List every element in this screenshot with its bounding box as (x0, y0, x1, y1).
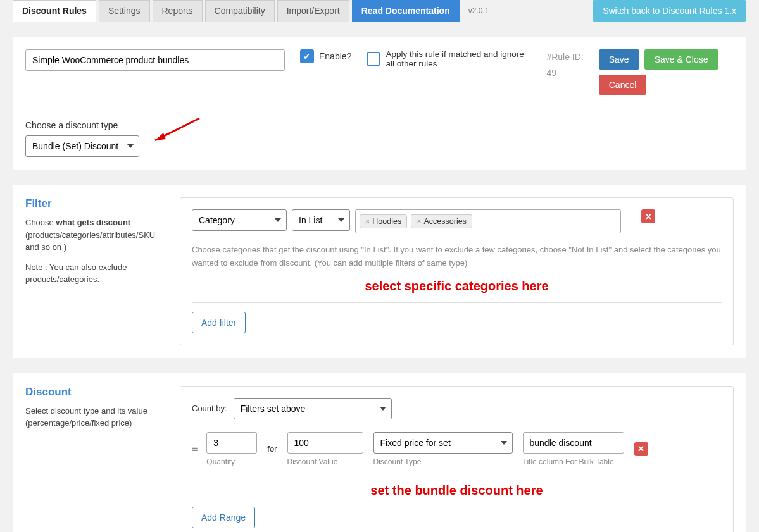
tab-settings[interactable]: Settings (99, 0, 150, 22)
tag-hoodies[interactable]: × Hoodies (360, 214, 407, 228)
tab-compatibility[interactable]: Compatibility (205, 0, 275, 22)
tab-import-export[interactable]: Import/Export (277, 0, 349, 22)
discount-value-sublabel: Discount Value (287, 457, 363, 466)
filter-type-select[interactable]: Category (192, 209, 287, 231)
bulk-title-sublabel: Title column For Bulk Table (523, 457, 624, 466)
tab-read-documentation[interactable]: Read Documentation (352, 0, 460, 22)
quantity-input[interactable] (206, 432, 257, 454)
discount-value-input[interactable] (287, 432, 363, 454)
discount-type-sublabel: Discount Type (373, 457, 513, 466)
filter-side-text-1: Choose what gets discount (products/cate… (25, 216, 165, 254)
enable-checkbox[interactable] (300, 49, 314, 63)
version-label: v2.0.1 (462, 0, 496, 22)
filter-side-text-2: Note : You can also exclude products/cat… (25, 261, 165, 286)
rule-id-block: #Rule ID: 49 (546, 49, 583, 81)
for-label: for (267, 444, 277, 454)
tag-accessories[interactable]: × Accessories (411, 214, 472, 228)
add-filter-button[interactable]: Add filter (192, 312, 246, 333)
divider (192, 474, 722, 474)
add-range-button[interactable]: Add Range (192, 507, 255, 528)
discount-type-row-select[interactable]: Fixed price for set (373, 432, 513, 454)
remove-tag-icon[interactable]: × (365, 217, 370, 226)
discount-side-text: Select discount type and its value (perc… (25, 405, 165, 430)
drag-handle-icon[interactable]: ≡ (192, 443, 196, 455)
filter-tag-input[interactable]: × Hoodies × Accessories (355, 209, 621, 233)
tab-discount-rules[interactable]: Discount Rules (13, 0, 96, 22)
svg-marker-1 (155, 133, 166, 140)
quantity-sublabel: Quantity (206, 457, 257, 466)
tabs-bar: Discount Rules Settings Reports Compatib… (0, 0, 759, 22)
save-close-button[interactable]: Save & Close (644, 49, 718, 70)
count-by-select[interactable]: Filters set above (234, 398, 392, 419)
cancel-button[interactable]: Cancel (599, 75, 647, 95)
enable-label: Enable? (319, 51, 351, 61)
apply-ignore-checkbox[interactable] (367, 52, 380, 66)
discount-panel: Discount Select discount type and its va… (13, 373, 746, 532)
rule-id-value: 49 (546, 65, 583, 81)
apply-ignore-label: Apply this rule if matched and ignore al… (386, 49, 531, 68)
filter-title: Filter (25, 197, 165, 210)
bulk-title-input[interactable] (523, 432, 624, 454)
delete-range-button[interactable]: ✕ (634, 442, 648, 456)
switch-back-button[interactable]: Switch back to Discount Rules 1.x (593, 0, 746, 22)
annotation-discount: set the bundle discount here (192, 483, 722, 498)
discount-type-select[interactable]: Bundle (Set) Discount (25, 135, 139, 157)
rule-name-input[interactable] (25, 49, 285, 71)
delete-filter-button[interactable]: ✕ (641, 209, 655, 223)
discount-title: Discount (25, 386, 165, 399)
filter-list-select[interactable]: In List (292, 209, 350, 231)
tab-reports[interactable]: Reports (153, 0, 203, 22)
count-by-label: Count by: (192, 404, 227, 413)
remove-tag-icon[interactable]: × (417, 217, 421, 226)
save-button[interactable]: Save (599, 49, 639, 70)
filter-help-text: Choose categories that get the discount … (192, 244, 722, 270)
annotation-filter: select specific categories here (192, 279, 722, 294)
rule-id-label: #Rule ID: (546, 49, 583, 65)
discount-type-label: Choose a discount type (25, 120, 734, 130)
rule-header-panel: Enable? Apply this rule if matched and i… (13, 37, 746, 170)
divider (192, 302, 722, 303)
filter-panel: Filter Choose what gets discount (produc… (13, 185, 746, 358)
